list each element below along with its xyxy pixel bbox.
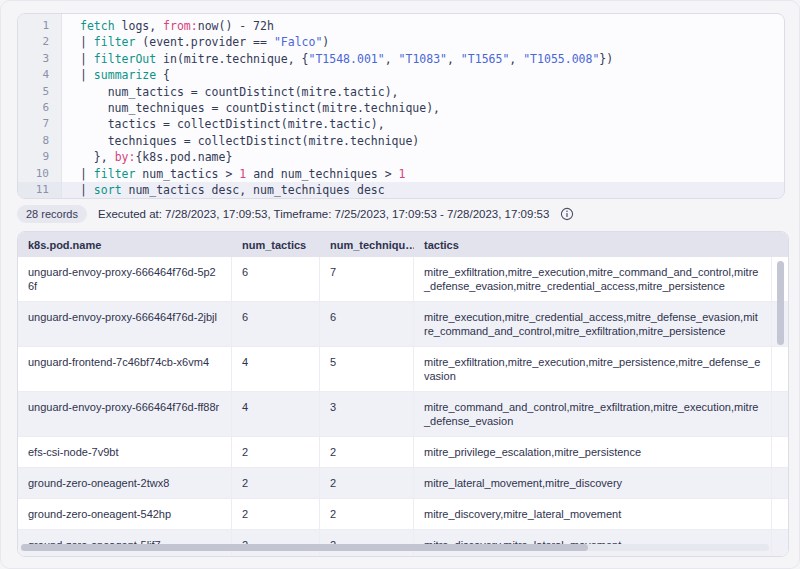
- row-gutter: [772, 468, 789, 498]
- code-token-pl: ,: [447, 52, 461, 66]
- code-lines: 1fetch logs, from:now() - 72h2| filter (…: [18, 18, 784, 198]
- cell-num_tactics: 6: [232, 302, 320, 346]
- table-row[interactable]: ground-zero-oneagent-2twx822mitre_latera…: [18, 468, 788, 499]
- code-text: techniques = collectDistinct(mitre.techn…: [62, 133, 419, 149]
- cell-num_tactics: 6: [232, 257, 320, 301]
- code-text: | filterOut in(mitre.technique, {"T1548.…: [62, 51, 613, 67]
- cell-num_techniques: 2: [320, 499, 414, 529]
- cell-tactics: mitre_command_and_control,mitre_exfiltra…: [414, 392, 772, 436]
- line-number: 7: [18, 116, 62, 132]
- code-token-pl: |: [80, 35, 94, 49]
- code-token-mod: by:: [115, 150, 136, 164]
- cell-pod: unguard-envoy-proxy-666464f76d-5p26f: [18, 257, 232, 301]
- cell-pod: ground-zero-oneagent-542hp: [18, 499, 232, 529]
- code-line[interactable]: 7 tactics = collectDistinct(mitre.tactic…: [18, 116, 784, 132]
- table-row[interactable]: unguard-envoy-proxy-666464f76d-ff88r43mi…: [18, 392, 788, 437]
- code-line[interactable]: 3| filterOut in(mitre.technique, {"T1548…: [18, 51, 784, 67]
- results-table: k8s.pod.namenum_tacticsnum_techniqu…tact…: [17, 231, 789, 557]
- table-row[interactable]: ground-zero-oneagent-542hp22mitre_discov…: [18, 499, 788, 530]
- code-token-pl: ,: [385, 52, 399, 66]
- line-number: 5: [18, 84, 62, 100]
- info-icon[interactable]: [560, 207, 574, 221]
- code-text: | summarize {: [62, 67, 170, 83]
- column-header-tactics[interactable]: tactics: [414, 239, 772, 251]
- code-token-pl: |: [80, 52, 94, 66]
- code-text: fetch logs, from:now() - 72h: [62, 18, 274, 34]
- cell-num_techniques: 3: [320, 392, 414, 436]
- code-token-kw: filterOut: [94, 52, 156, 66]
- code-token-pl: }): [599, 52, 613, 66]
- query-editor[interactable]: 1fetch logs, from:now() - 72h2| filter (…: [17, 13, 785, 199]
- line-number: 2: [18, 34, 62, 50]
- code-token-kw: filter: [94, 35, 136, 49]
- code-line[interactable]: 4| summarize {: [18, 67, 784, 83]
- table-row[interactable]: unguard-envoy-proxy-666464f76d-2jbjl66mi…: [18, 302, 788, 347]
- code-token-kw: fetch: [80, 19, 115, 33]
- code-line[interactable]: 11| sort num_tactics desc, num_technique…: [18, 182, 784, 198]
- cell-tactics: mitre_discovery,mitre_lateral_movement: [414, 499, 772, 529]
- cell-num_tactics: 2: [232, 499, 320, 529]
- table-row[interactable]: unguard-frontend-7c46bf74cb-x6vm445mitre…: [18, 347, 788, 392]
- code-token-pl: in(mitre.technique, {: [156, 52, 308, 66]
- line-number: 8: [18, 133, 62, 149]
- cell-pod: unguard-frontend-7c46bf74cb-x6vm4: [18, 347, 232, 391]
- cell-num_techniques: 2: [320, 468, 414, 498]
- line-number: 3: [18, 51, 62, 67]
- status-bar: 28 records Executed at: 7/28/2023, 17:09…: [17, 203, 783, 225]
- records-badge: 28 records: [17, 205, 87, 223]
- cell-pod: ground-zero-oneagent-2twx8: [18, 468, 232, 498]
- code-token-pl: |: [80, 68, 94, 82]
- code-token-num: 1: [399, 167, 406, 181]
- column-header-num_tactics[interactable]: num_tactics: [232, 239, 320, 251]
- code-line[interactable]: 2| filter (event.provider == "Falco"): [18, 34, 784, 50]
- cell-tactics: mitre_exfiltration,mitre_execution,mitre…: [414, 257, 772, 301]
- code-line[interactable]: 5 num_tactics = countDistinct(mitre.tact…: [18, 84, 784, 100]
- code-token-pl: |: [80, 183, 94, 197]
- code-line[interactable]: 8 techniques = collectDistinct(mitre.tec…: [18, 133, 784, 149]
- code-token-pl: num_tactics desc, num_techniques desc: [122, 183, 385, 197]
- code-text: }, by:{k8s.pod.name}: [62, 149, 232, 165]
- line-number: 4: [18, 67, 62, 83]
- cell-num_techniques: 7: [320, 257, 414, 301]
- code-token-pl: {k8s.pod.name}: [135, 150, 232, 164]
- code-text: | filter num_tactics > 1 and num_techniq…: [62, 166, 405, 182]
- cell-num_tactics: 4: [232, 392, 320, 436]
- row-gutter: [772, 437, 789, 467]
- line-number: 9: [18, 149, 62, 165]
- code-token-pl: num_tactics = countDistinct(mitre.tactic…: [80, 85, 399, 99]
- column-header-pod[interactable]: k8s.pod.name: [18, 239, 232, 251]
- code-line[interactable]: 10| filter num_tactics > 1 and num_techn…: [18, 166, 784, 182]
- code-token-pl: logs,: [115, 19, 163, 33]
- horizontal-scrollbar-track[interactable]: [21, 544, 769, 551]
- code-text: num_techniques = countDistinct(mitre.tec…: [62, 100, 440, 116]
- code-token-pl: |: [80, 167, 94, 181]
- cell-pod: unguard-envoy-proxy-666464f76d-ff88r: [18, 392, 232, 436]
- code-token-str: "T1548.001": [309, 52, 385, 66]
- row-gutter: [772, 392, 789, 436]
- code-token-pl: ): [322, 35, 329, 49]
- code-text: | sort num_tactics desc, num_techniques …: [62, 182, 385, 198]
- cell-tactics: mitre_privilege_escalation,mitre_persist…: [414, 437, 772, 467]
- column-header-num_techniques[interactable]: num_techniqu…: [320, 239, 414, 251]
- cell-pod: efs-csi-node-7v9bt: [18, 437, 232, 467]
- cell-tactics: mitre_exfiltration,mitre_execution,mitre…: [414, 347, 772, 391]
- table-row[interactable]: unguard-envoy-proxy-666464f76d-5p26f67mi…: [18, 257, 788, 302]
- vertical-scrollbar-thumb[interactable]: [777, 261, 784, 345]
- code-line[interactable]: 1fetch logs, from:now() - 72h: [18, 18, 784, 34]
- code-text: tactics = collectDistinct(mitre.tactic),: [62, 116, 385, 132]
- code-token-str: "T1055.008": [523, 52, 599, 66]
- code-token-kw: summarize: [94, 68, 156, 82]
- code-token-pl: ,: [509, 52, 523, 66]
- row-gutter: [772, 347, 789, 391]
- table-row[interactable]: efs-csi-node-7v9bt22mitre_privilege_esca…: [18, 437, 788, 468]
- line-number: 1: [18, 18, 62, 34]
- horizontal-scrollbar-thumb[interactable]: [21, 544, 588, 551]
- cell-tactics: mitre_execution,mitre_credential_access,…: [414, 302, 772, 346]
- code-line[interactable]: 6 num_techniques = countDistinct(mitre.t…: [18, 100, 784, 116]
- code-line[interactable]: 9 }, by:{k8s.pod.name}: [18, 149, 784, 165]
- code-text: num_tactics = countDistinct(mitre.tactic…: [62, 84, 399, 100]
- cell-tactics: mitre_lateral_movement,mitre_discovery: [414, 468, 772, 498]
- code-token-pl: techniques = collectDistinct(mitre.techn…: [80, 134, 419, 148]
- table-body: unguard-envoy-proxy-666464f76d-5p26f67mi…: [18, 257, 788, 557]
- line-number: 6: [18, 100, 62, 116]
